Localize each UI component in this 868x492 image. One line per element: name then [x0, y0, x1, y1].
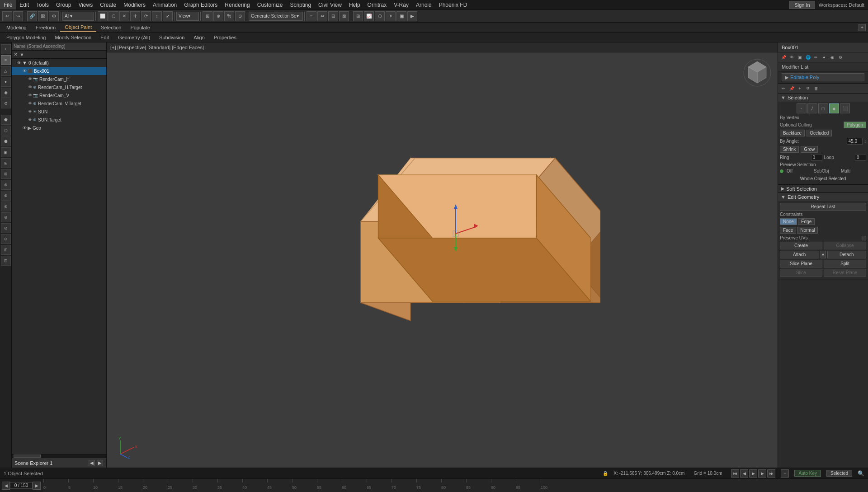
- undo-btn[interactable]: ↩: [2, 11, 12, 21]
- render-sel-dropdown[interactable]: Generate Selection Se▾: [249, 12, 303, 21]
- helper11[interactable]: ⊜: [1, 223, 11, 233]
- helper1[interactable]: ⬟: [1, 115, 11, 125]
- named-sel[interactable]: ≡: [307, 11, 316, 21]
- scene-scrollbar-thumb[interactable]: [14, 455, 41, 458]
- scene-item-geo[interactable]: 👁 ▶ Geo: [12, 124, 106, 132]
- helper10[interactable]: ⊖: [1, 212, 11, 222]
- utilities-tab[interactable]: ⚙: [1, 98, 11, 108]
- lock-icon[interactable]: 🔒: [603, 471, 608, 476]
- menu-edit[interactable]: Edit: [16, 0, 33, 9]
- del-icon[interactable]: 🗑: [812, 85, 820, 92]
- helper9[interactable]: ⊗: [1, 201, 11, 211]
- search-btn[interactable]: 🔍: [858, 470, 864, 477]
- render-btn[interactable]: ▶: [407, 11, 417, 21]
- edit-geometry-header[interactable]: ▼ Edit Geometry: [778, 193, 868, 201]
- eye-icon[interactable]: 👁: [788, 54, 795, 61]
- play-btn-main[interactable]: ▶: [749, 469, 757, 478]
- ring-value-input[interactable]: [811, 154, 822, 161]
- link-btn[interactable]: 🔗: [27, 11, 37, 21]
- tab-populate[interactable]: Populate: [126, 24, 154, 31]
- snap-angle[interactable]: ⊕: [213, 11, 223, 21]
- create-btn[interactable]: Create: [780, 242, 822, 249]
- scale2-btn[interactable]: ⤢: [163, 11, 173, 21]
- view-dropdown[interactable]: View▾: [176, 12, 199, 21]
- menu-group[interactable]: Group: [52, 0, 75, 9]
- hierarchy-tab[interactable]: △: [1, 66, 11, 76]
- material-editor[interactable]: ⬡: [375, 11, 385, 21]
- prev-frame-tl[interactable]: ◀: [2, 482, 10, 490]
- timeline-track[interactable]: 0 5 10 15 20 25 30 35 40 45 50 55 60 65 …: [42, 479, 868, 492]
- reset-plane-btn[interactable]: Reset Plane: [824, 269, 866, 276]
- display-tab[interactable]: ◉: [1, 88, 11, 98]
- soft-selection-header[interactable]: ▶ Soft Selection: [778, 185, 868, 193]
- menu-customize[interactable]: Customize: [254, 0, 287, 9]
- scene-item-sun-target[interactable]: 👁 ⊕ SUN.Target: [12, 116, 106, 124]
- select-obj-btn[interactable]: ⬜: [98, 11, 108, 21]
- scene-scrollbar[interactable]: [12, 454, 106, 458]
- subtab-edit[interactable]: Edit: [96, 34, 113, 41]
- scene-prev-btn[interactable]: ◀: [89, 460, 95, 466]
- select-filter-btn[interactable]: ⬡: [108, 11, 118, 21]
- scene-item-sun[interactable]: 👁 ☀ SUN: [12, 108, 106, 116]
- helper14[interactable]: ⊟: [1, 256, 11, 266]
- subtab-geometry-all[interactable]: Geometry (All): [113, 34, 155, 41]
- tab-modeling[interactable]: Modeling: [2, 24, 31, 31]
- scene-title[interactable]: Scene Explorer 1: [14, 460, 88, 466]
- snap-toggle[interactable]: ⊞: [203, 11, 212, 21]
- tab-freeform[interactable]: Freeform: [31, 24, 61, 31]
- edge-mode-btn[interactable]: /: [807, 103, 817, 113]
- repeat-last-btn[interactable]: Repeat Last: [780, 203, 866, 211]
- scene-item-rendercam-v-target[interactable]: 👁 ⊕ RenderCam_V.Target: [12, 99, 106, 108]
- vertex-mode-btn[interactable]: ·: [797, 103, 807, 113]
- slice-btn[interactable]: Slice: [780, 269, 822, 276]
- scene-filter-btn[interactable]: ▼: [19, 52, 24, 57]
- transform-select-btn[interactable]: ✕: [119, 11, 129, 21]
- subtab-subdivision[interactable]: Subdivision: [155, 34, 189, 41]
- helper7[interactable]: ⊛: [1, 180, 11, 190]
- helper4[interactable]: ▣: [1, 147, 11, 157]
- helper5[interactable]: ⊞: [1, 158, 11, 168]
- subtab-polygon-modeling[interactable]: Polygon Modeling: [2, 34, 50, 41]
- helper13[interactable]: ⊞: [1, 245, 11, 255]
- face-constraint-btn[interactable]: Face: [780, 227, 796, 234]
- env-icon[interactable]: 🌐: [804, 54, 811, 61]
- normal-constraint-btn[interactable]: Normal: [797, 227, 818, 234]
- helper3[interactable]: ⬢: [1, 136, 11, 146]
- use-pivot[interactable]: ⊙: [235, 11, 245, 21]
- shrink-btn[interactable]: Shrink: [780, 146, 799, 153]
- transform-gizmo[interactable]: [433, 197, 478, 256]
- viewport-canvas[interactable]: X Y Z: [107, 52, 778, 468]
- helper6[interactable]: ⊠: [1, 169, 11, 179]
- menu-scripting[interactable]: Scripting: [286, 0, 315, 9]
- menu-tools[interactable]: Tools: [33, 0, 52, 9]
- selected-label-btn[interactable]: Selected: [826, 470, 852, 477]
- move-btn[interactable]: ✛: [130, 11, 140, 21]
- subtab-modify-selection[interactable]: Modify Selection: [50, 34, 96, 41]
- dup-icon[interactable]: ⧉: [804, 85, 811, 92]
- redo-btn[interactable]: ↪: [13, 11, 23, 21]
- align-btn[interactable]: ⊟: [328, 11, 338, 21]
- menu-create[interactable]: Create: [96, 0, 120, 9]
- next-key-btn[interactable]: ▶: [758, 469, 766, 478]
- subtab-properties[interactable]: Properties: [209, 34, 241, 41]
- subtab-align[interactable]: Align: [189, 34, 209, 41]
- viewport[interactable]: [+] [Perspective] [Standard] [Edged Face…: [107, 42, 778, 468]
- helper2[interactable]: ⬡: [1, 126, 11, 136]
- auto-key-btn[interactable]: Auto Key: [794, 470, 821, 477]
- utility-icon[interactable]: ⚙: [837, 54, 844, 61]
- border-mode-btn[interactable]: □: [818, 103, 828, 113]
- render-setup[interactable]: ☀: [386, 11, 396, 21]
- helper12[interactable]: ⊝: [1, 234, 11, 244]
- menu-modifiers[interactable]: Modifiers: [120, 0, 149, 9]
- edge-constraint-btn[interactable]: Edge: [798, 218, 815, 225]
- add-frame-btn[interactable]: +: [781, 469, 789, 478]
- loop-value-input[interactable]: [855, 154, 866, 161]
- angle-value-input[interactable]: [847, 138, 863, 145]
- none-constraint-btn[interactable]: None: [780, 218, 797, 225]
- motion-icon[interactable]: ●: [821, 54, 828, 61]
- selection-header[interactable]: ▼ Selection: [778, 94, 868, 102]
- edit-icon[interactable]: ✏: [812, 54, 820, 61]
- pencil-icon[interactable]: ✏: [780, 85, 787, 92]
- rotate-btn[interactable]: ⟳: [141, 11, 151, 21]
- pin2-icon[interactable]: 📌: [788, 85, 795, 92]
